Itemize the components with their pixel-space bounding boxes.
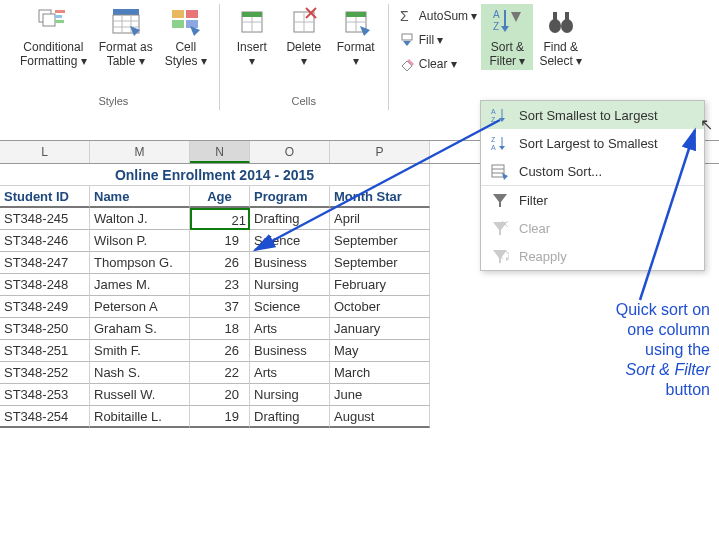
cell[interactable]: James M. [90,274,190,296]
cell[interactable]: Nursing [250,384,330,406]
cell[interactable]: Robitaille L. [90,406,190,428]
format-as-table-button[interactable]: Format as Table ▾ [93,4,159,70]
cell[interactable]: June [330,384,430,406]
autosum-button[interactable]: Σ AutoSum ▾ [395,6,482,26]
menu-sort-asc[interactable]: AZ Sort Smallest to Largest [481,101,704,129]
cell[interactable]: 21 [190,208,250,230]
cell[interactable]: September [330,230,430,252]
header-student-id[interactable]: Student ID [0,186,90,208]
cell[interactable]: 26 [190,340,250,362]
menu-custom-sort-label: Custom Sort... [519,164,602,179]
cell[interactable]: ST348-254 [0,406,90,428]
header-program[interactable]: Program [250,186,330,208]
insert-label: Insert ▾ [237,40,267,68]
delete-button[interactable]: Delete ▾ [278,4,330,70]
cell[interactable]: September [330,252,430,274]
cell[interactable]: Nursing [250,274,330,296]
cell[interactable]: 26 [190,252,250,274]
cell[interactable]: Science [250,230,330,252]
eraser-icon [399,56,415,72]
cell[interactable]: ST348-245 [0,208,90,230]
find-select-button[interactable]: Find & Select ▾ [533,4,588,70]
menu-clear-label: Clear [519,221,550,236]
col-header-L[interactable]: L [0,141,90,163]
menu-reapply: Reapply [481,242,704,270]
cell[interactable]: 18 [190,318,250,340]
cell[interactable]: 19 [190,406,250,428]
svg-rect-3 [55,15,62,18]
cell[interactable]: Business [250,340,330,362]
cell[interactable]: ST348-248 [0,274,90,296]
cell[interactable]: August [330,406,430,428]
cell[interactable]: Science [250,296,330,318]
fill-button[interactable]: Fill ▾ [395,30,482,50]
find-select-label: Find & Select ▾ [539,40,582,68]
col-header-O[interactable]: O [250,141,330,163]
col-header-N[interactable]: N [190,141,250,163]
cell[interactable]: May [330,340,430,362]
svg-rect-13 [186,10,198,18]
cell[interactable]: Arts [250,318,330,340]
sort-filter-label: Sort & Filter ▾ [489,40,525,68]
cell[interactable]: Smith F. [90,340,190,362]
header-month[interactable]: Month Star [330,186,430,208]
sigma-icon: Σ [399,8,415,24]
menu-filter[interactable]: Filter [481,185,704,214]
cell[interactable]: February [330,274,430,296]
cell[interactable]: ST348-252 [0,362,90,384]
cell[interactable]: ST348-249 [0,296,90,318]
svg-rect-4 [55,20,64,23]
svg-rect-43 [553,12,557,22]
cell-styles-button[interactable]: Cell Styles ▾ [159,4,213,70]
cell[interactable]: March [330,362,430,384]
svg-rect-2 [55,10,65,13]
format-as-table-label: Format as Table ▾ [99,40,153,68]
cell[interactable]: ST348-250 [0,318,90,340]
cell[interactable]: Thompson G. [90,252,190,274]
cell[interactable]: 20 [190,384,250,406]
conditional-formatting-button[interactable]: Conditional Formatting ▾ [14,4,93,70]
cell[interactable]: Nash S. [90,362,190,384]
cell[interactable]: Drafting [250,208,330,230]
format-button[interactable]: Format ▾ [330,4,382,70]
header-name[interactable]: Name [90,186,190,208]
menu-filter-label: Filter [519,193,548,208]
ribbon: Conditional Formatting ▾ Format as Table… [0,0,719,110]
cell[interactable]: 22 [190,362,250,384]
cell[interactable]: 23 [190,274,250,296]
sort-filter-button[interactable]: AZ Sort & Filter ▾ [481,4,533,70]
svg-marker-52 [499,146,505,150]
svg-rect-27 [346,12,366,17]
menu-custom-sort[interactable]: Custom Sort... [481,157,704,185]
cell[interactable]: Peterson A [90,296,190,318]
group-label-cells: Cells [291,95,315,110]
cell[interactable]: Walton J. [90,208,190,230]
svg-rect-5 [113,9,139,15]
cell[interactable]: ST348-246 [0,230,90,252]
cell[interactable]: Graham S. [90,318,190,340]
cell[interactable]: 19 [190,230,250,252]
col-header-P[interactable]: P [330,141,430,163]
cell[interactable]: Drafting [250,406,330,428]
svg-marker-40 [511,12,521,22]
cell[interactable]: Russell W. [90,384,190,406]
menu-sort-desc[interactable]: ZA Sort Largest to Smallest [481,129,704,157]
cell[interactable]: Arts [250,362,330,384]
cell[interactable]: ST348-253 [0,384,90,406]
cell[interactable]: October [330,296,430,318]
col-header-M[interactable]: M [90,141,190,163]
cell[interactable]: Wilson P. [90,230,190,252]
insert-button[interactable]: Insert ▾ [226,4,278,70]
sheet-title[interactable]: Online Enrollment 2014 - 2015 [0,164,430,186]
cell[interactable]: January [330,318,430,340]
cell[interactable]: ST348-247 [0,252,90,274]
sort-filter-menu: AZ Sort Smallest to Largest ZA Sort Larg… [480,100,705,271]
clear-button[interactable]: Clear ▾ [395,54,482,74]
cell[interactable]: April [330,208,430,230]
svg-rect-53 [492,165,504,177]
header-age[interactable]: Age [190,186,250,208]
cell[interactable]: 37 [190,296,250,318]
cell[interactable]: ST348-251 [0,340,90,362]
table-row: ST348-248James M.23NursingFebruary [0,274,719,296]
cell[interactable]: Business [250,252,330,274]
